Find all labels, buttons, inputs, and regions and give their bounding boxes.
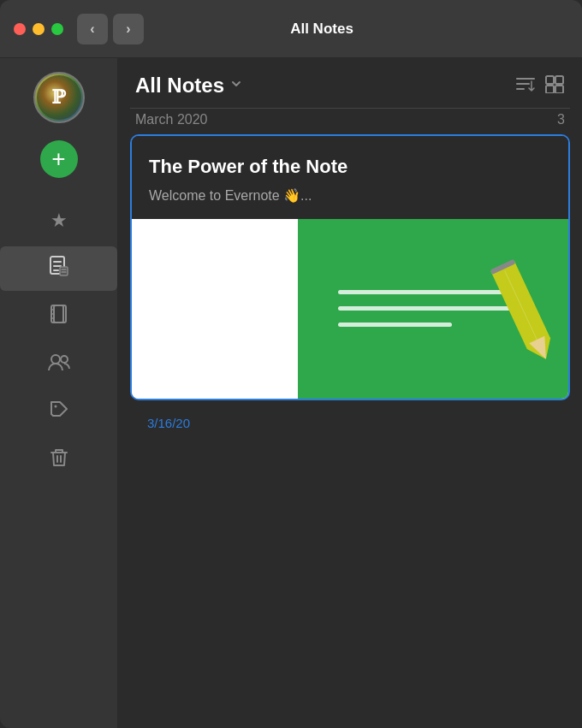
date-group-count: 3 bbox=[557, 112, 565, 127]
sidebar-item-notes[interactable] bbox=[0, 246, 117, 291]
close-button[interactable] bbox=[14, 23, 26, 35]
note-card-top: The Power of the Note Welcome to Evernot… bbox=[132, 136, 568, 219]
layout-toggle-button[interactable] bbox=[544, 74, 565, 98]
header-actions bbox=[515, 74, 565, 98]
notes-icon bbox=[48, 255, 70, 282]
note-image-right bbox=[298, 219, 568, 399]
svg-point-13 bbox=[61, 356, 68, 363]
sidebar-item-trash[interactable] bbox=[0, 438, 117, 482]
sidebar-item-notebooks[interactable] bbox=[0, 294, 117, 339]
note-date: 3/16/20 bbox=[130, 409, 570, 434]
svg-rect-4 bbox=[60, 267, 68, 275]
minimize-button[interactable] bbox=[33, 23, 45, 35]
note-card[interactable]: The Power of the Note Welcome to Evernot… bbox=[130, 134, 570, 400]
note-card-image bbox=[132, 219, 568, 399]
svg-point-14 bbox=[54, 405, 56, 408]
svg-rect-22 bbox=[546, 86, 554, 93]
favorites-icon: ★ bbox=[50, 210, 68, 232]
content-area: All Notes bbox=[118, 58, 582, 728]
notes-list: The Power of the Note Welcome to Evernot… bbox=[118, 134, 582, 728]
add-note-button[interactable]: + bbox=[40, 140, 78, 178]
avatar[interactable]: ℙ bbox=[33, 72, 85, 123]
note-line-3 bbox=[338, 323, 452, 327]
note-title: The Power of the Note bbox=[149, 155, 551, 179]
shared-icon bbox=[47, 351, 71, 378]
maximize-button[interactable] bbox=[51, 23, 63, 35]
titlebar-title: All Notes bbox=[144, 21, 500, 38]
titlebar: ‹ › All Notes bbox=[0, 0, 582, 58]
sidebar: ℙ + ★ bbox=[0, 58, 118, 728]
back-button[interactable]: ‹ bbox=[77, 14, 108, 44]
sidebar-item-favorites[interactable]: ★ bbox=[0, 198, 117, 243]
date-group-header: March 2020 3 bbox=[118, 109, 582, 134]
pencil-icon bbox=[472, 234, 568, 371]
traffic-lights bbox=[14, 23, 63, 35]
sort-button[interactable] bbox=[515, 74, 536, 98]
content-title-area[interactable]: All Notes bbox=[135, 74, 243, 98]
content-header: All Notes bbox=[118, 58, 582, 108]
forward-button[interactable]: › bbox=[113, 14, 144, 44]
notebook-icon bbox=[48, 303, 70, 330]
svg-rect-23 bbox=[555, 86, 563, 93]
svg-point-12 bbox=[51, 355, 60, 364]
note-image-left bbox=[132, 219, 298, 399]
dropdown-arrow-icon[interactable] bbox=[229, 77, 243, 95]
sidebar-nav: ★ bbox=[0, 198, 117, 482]
date-group-label: March 2020 bbox=[135, 112, 208, 127]
sidebar-item-tags[interactable] bbox=[0, 390, 117, 435]
note-preview: Welcome to Evernote 👋... bbox=[149, 187, 551, 204]
content-title: All Notes bbox=[135, 74, 224, 98]
nav-buttons: ‹ › bbox=[77, 14, 144, 44]
svg-rect-20 bbox=[546, 76, 554, 84]
sidebar-item-shared[interactable] bbox=[0, 342, 117, 387]
trash-icon bbox=[49, 447, 69, 474]
avatar-inner: ℙ bbox=[37, 75, 81, 120]
svg-rect-21 bbox=[555, 76, 563, 84]
main-layout: ℙ + ★ bbox=[0, 58, 582, 728]
tags-icon bbox=[48, 399, 70, 426]
